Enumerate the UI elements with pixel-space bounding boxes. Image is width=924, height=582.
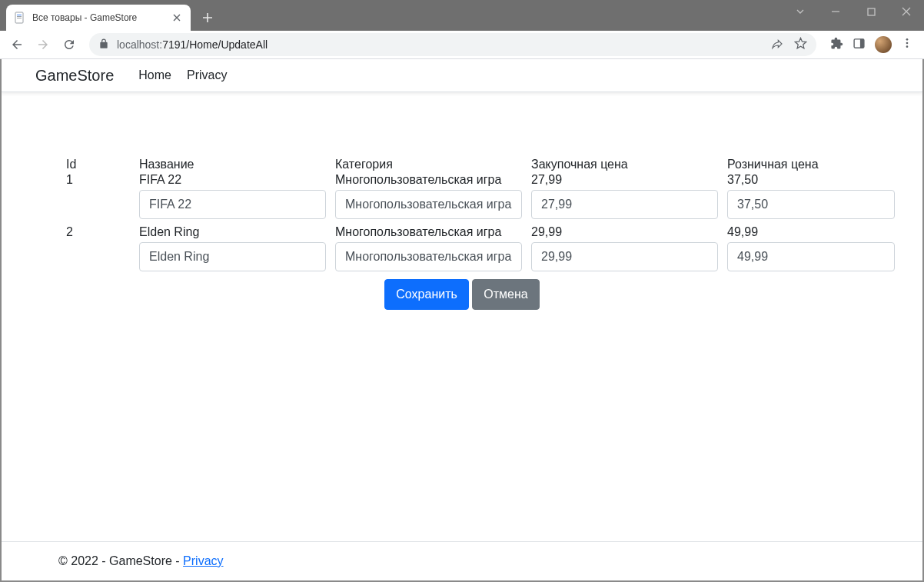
svg-rect-6 <box>860 38 864 47</box>
window-controls <box>783 0 924 23</box>
forward-button <box>32 34 54 55</box>
window-close-icon[interactable] <box>889 0 924 23</box>
svg-rect-2 <box>17 16 22 17</box>
extensions-icon[interactable] <box>830 37 843 53</box>
tab-favicon-icon <box>14 12 26 24</box>
svg-rect-4 <box>868 8 875 15</box>
svg-rect-1 <box>17 15 22 15</box>
new-tab-button[interactable] <box>197 7 218 28</box>
menu-icon[interactable] <box>901 37 913 52</box>
side-panel-icon[interactable] <box>853 37 866 53</box>
browser-tab-strip: Все товары - GameStore <box>0 0 924 31</box>
svg-point-9 <box>906 45 909 48</box>
browser-toolbar: localhost:7191/Home/UpdateAll <box>0 31 924 59</box>
url-text: localhost:7191/Home/UpdateAll <box>117 38 268 51</box>
window-dropdown-icon[interactable] <box>783 0 818 23</box>
lock-icon <box>98 38 109 52</box>
close-tab-icon[interactable] <box>171 12 183 24</box>
svg-rect-3 <box>17 18 22 18</box>
tab-title: Все товары - GameStore <box>32 12 165 23</box>
svg-point-7 <box>906 38 909 41</box>
svg-point-8 <box>906 42 909 45</box>
window-minimize-icon[interactable] <box>818 0 853 23</box>
profile-avatar[interactable] <box>875 36 892 53</box>
star-icon[interactable] <box>794 37 807 52</box>
back-button[interactable] <box>6 34 28 55</box>
reload-button[interactable] <box>58 34 80 55</box>
browser-tab[interactable]: Все товары - GameStore <box>6 5 191 31</box>
window-maximize-icon[interactable] <box>853 0 889 23</box>
share-icon[interactable] <box>771 38 783 52</box>
address-bar[interactable]: localhost:7191/Home/UpdateAll <box>89 33 816 56</box>
